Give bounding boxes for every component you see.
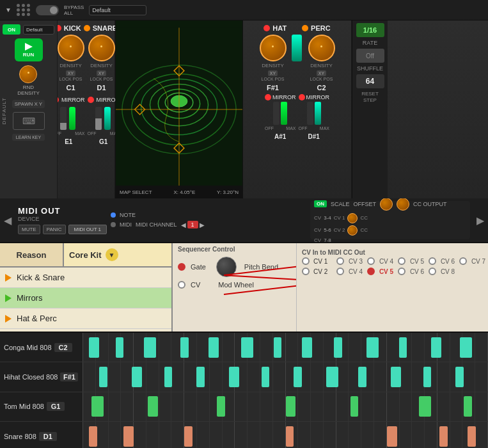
rnd-density-knob[interactable] bbox=[19, 65, 37, 83]
reason-tab[interactable]: Reason bbox=[0, 243, 64, 268]
beat-snare-2[interactable] bbox=[123, 426, 134, 447]
spawn-button[interactable]: SPAWN X Y bbox=[12, 100, 45, 108]
cv-radio[interactable] bbox=[178, 281, 185, 289]
cv-midi-radio-cv8[interactable] bbox=[429, 268, 436, 275]
snare-xy-button[interactable]: XY bbox=[97, 70, 106, 76]
run-button[interactable]: RUN bbox=[15, 38, 43, 61]
beat-hihat-9[interactable] bbox=[358, 367, 366, 387]
beat-conga-7[interactable] bbox=[274, 337, 282, 358]
beat-hihat-12[interactable] bbox=[455, 367, 464, 387]
cv-in-num-3: 7-8 bbox=[324, 237, 331, 243]
reason-item-kick-snare[interactable]: Kick & Snare bbox=[0, 268, 171, 288]
reason-item-mirrors[interactable]: Mirrors bbox=[0, 288, 171, 308]
midi-channel-bar[interactable]: ◀ 1 ▶ bbox=[181, 221, 205, 228]
cv-midi-radio-cv6[interactable] bbox=[429, 257, 436, 265]
cv-midi-radio-cv4[interactable] bbox=[367, 257, 375, 265]
beat-snare-5[interactable] bbox=[387, 426, 397, 447]
beat-tom-4[interactable] bbox=[286, 396, 296, 417]
perc-density-knob[interactable] bbox=[308, 35, 335, 61]
mute-button[interactable]: MUTE bbox=[18, 225, 40, 234]
beat-hihat-3[interactable] bbox=[164, 367, 173, 387]
beat-snare-7[interactable] bbox=[468, 426, 476, 447]
beat-hihat-1[interactable] bbox=[99, 367, 107, 387]
reason-item-hat-perc[interactable]: Hat & Perc bbox=[0, 308, 171, 329]
core-dropdown-icon[interactable]: ▼ bbox=[106, 248, 118, 261]
map-area[interactable]: MAP SELECT X: 4.05°E Y: 3.20°N bbox=[115, 20, 243, 198]
device-name[interactable]: MIDI OUT 1 bbox=[68, 225, 107, 234]
beat-conga-9[interactable] bbox=[334, 337, 342, 358]
offset-knob[interactable] bbox=[397, 198, 409, 211]
preset-bar[interactable]: Default bbox=[89, 5, 146, 15]
beat-conga-2[interactable] bbox=[116, 337, 124, 358]
beat-conga-12[interactable] bbox=[431, 337, 441, 358]
midi-out-title: MIDI OUT bbox=[18, 206, 61, 216]
kick-lock-label: LOCK POS bbox=[59, 77, 83, 81]
off-label-3: OFF bbox=[265, 126, 274, 131]
shuffle-toggle[interactable]: Off bbox=[356, 49, 384, 63]
beat-conga-5[interactable] bbox=[209, 337, 219, 358]
cv1-knob[interactable] bbox=[347, 213, 358, 223]
cv-midi-radio-cv7[interactable] bbox=[459, 257, 467, 265]
cv-midi-radio-cv4b[interactable] bbox=[336, 268, 344, 275]
beat-tom-7[interactable] bbox=[464, 396, 472, 417]
cv-midi-radio-cv6b[interactable] bbox=[398, 268, 405, 275]
beat-snare-6[interactable] bbox=[439, 426, 448, 447]
kick-density-knob[interactable] bbox=[58, 35, 84, 61]
cv-midi-radio-1[interactable] bbox=[302, 257, 310, 265]
perc-xy-button[interactable]: XY bbox=[317, 70, 326, 76]
beat-hihat-4[interactable] bbox=[196, 367, 205, 387]
beat-conga-4[interactable] bbox=[180, 337, 189, 358]
seq-title: Sequencer Control bbox=[178, 246, 291, 253]
hat-density-knob[interactable] bbox=[260, 35, 287, 61]
beat-snare-1[interactable] bbox=[89, 426, 97, 447]
step-value[interactable]: 64 bbox=[356, 74, 384, 88]
gate-radio[interactable] bbox=[178, 263, 185, 271]
cv-midi-radio-cv5[interactable] bbox=[398, 257, 405, 265]
beat-snare-3[interactable] bbox=[184, 426, 193, 447]
panic-button[interactable]: PANIC bbox=[43, 225, 66, 234]
beat-tom-1[interactable] bbox=[91, 396, 104, 417]
cc-output-label: CC OUTPUT bbox=[413, 201, 447, 207]
cv-7: CV 7 bbox=[471, 258, 486, 265]
beat-conga-13[interactable] bbox=[460, 337, 472, 358]
cv2-knob[interactable] bbox=[347, 225, 358, 236]
beat-hihat-8[interactable] bbox=[326, 367, 338, 387]
bypass-toggle[interactable] bbox=[36, 5, 59, 15]
on-indicator[interactable]: ON bbox=[314, 200, 327, 207]
preset-dropdown[interactable]: Default bbox=[23, 25, 54, 35]
cv-midi-radio-2[interactable] bbox=[302, 268, 310, 275]
beat-conga-1[interactable] bbox=[89, 337, 99, 358]
beat-conga-10[interactable] bbox=[366, 337, 379, 358]
beat-hihat-2[interactable] bbox=[132, 367, 142, 387]
beat-conga-8[interactable] bbox=[302, 337, 312, 358]
snare-density-knob[interactable] bbox=[88, 35, 115, 61]
gate-knob[interactable] bbox=[216, 257, 237, 277]
beat-tom-2[interactable] bbox=[148, 396, 158, 417]
scale-knob[interactable] bbox=[380, 198, 393, 211]
beat-tom-5[interactable] bbox=[350, 396, 359, 417]
beat-hihat-10[interactable] bbox=[391, 367, 401, 387]
map-select-label: MAP SELECT bbox=[120, 189, 152, 195]
beat-tom-3[interactable] bbox=[217, 396, 225, 417]
beat-snare-4[interactable] bbox=[286, 426, 294, 447]
max-label-3: MAX bbox=[286, 126, 295, 131]
beat-hihat-7[interactable] bbox=[294, 367, 302, 387]
core-tab[interactable]: Core Kit ▼ bbox=[64, 243, 171, 268]
beat-tom-6[interactable] bbox=[419, 396, 431, 417]
kick-xy-button[interactable]: XY bbox=[66, 70, 75, 76]
hat-xy-button[interactable]: XY bbox=[268, 70, 278, 76]
cv-midi-radio-cv5b[interactable] bbox=[367, 268, 375, 275]
rate-value[interactable]: 1/16 bbox=[356, 23, 384, 37]
beat-conga-6[interactable] bbox=[241, 337, 253, 358]
cv-midi-radio-cv3[interactable] bbox=[336, 257, 344, 265]
learn-button[interactable]: LEARN KEY bbox=[12, 134, 45, 141]
beat-hihat-5[interactable] bbox=[229, 367, 239, 387]
on-button[interactable]: ON bbox=[3, 24, 20, 35]
cv-row-2: CV 5-6 CV 2 CC bbox=[314, 225, 466, 236]
beat-hihat-6[interactable] bbox=[262, 367, 270, 387]
beat-hihat-11[interactable] bbox=[423, 367, 432, 387]
cv-5b: CV 5 bbox=[379, 268, 394, 275]
beat-conga-11[interactable] bbox=[399, 337, 407, 358]
mod-wheel-label: Mod Wheel bbox=[218, 281, 254, 289]
beat-conga-3[interactable] bbox=[144, 337, 156, 358]
